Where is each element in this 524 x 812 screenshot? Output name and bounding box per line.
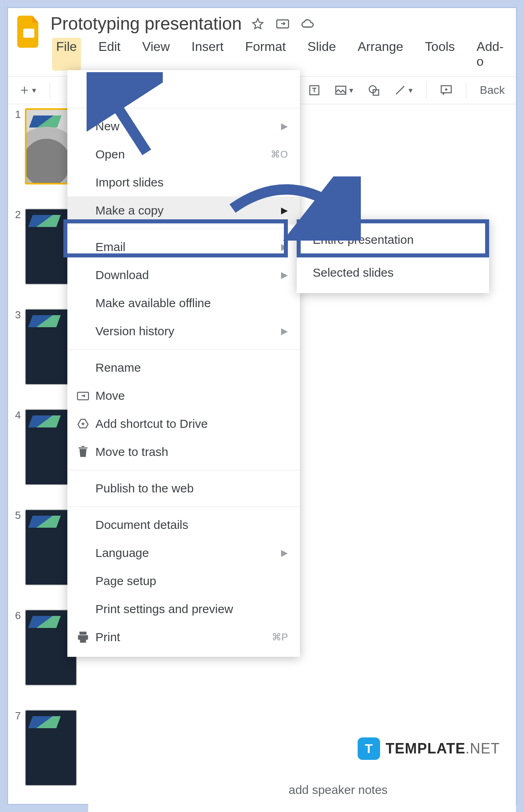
new-slide-button[interactable]: ▾	[16, 83, 39, 97]
file-menu-dropdown: Share New▶ Open⌘O Import slides Make a c…	[67, 70, 300, 657]
menu-item-make-copy[interactable]: Make a copy▶	[67, 196, 300, 225]
menu-file[interactable]: File	[52, 38, 81, 71]
menu-item-print-settings[interactable]: Print settings and preview	[67, 595, 300, 623]
watermark-bold: TEMPLATE	[386, 740, 465, 757]
submenu-item-label: Entire presentation	[313, 233, 414, 246]
submenu-arrow-icon: ▶	[281, 121, 288, 132]
toolbar-separator	[466, 82, 466, 98]
watermark-text: TEMPLATE.NET	[386, 740, 500, 757]
menu-item-label: Import slides	[95, 176, 164, 189]
menu-item-label: Rename	[95, 361, 141, 375]
slide-number: 5	[11, 509, 21, 522]
menu-arrange[interactable]: Arrange	[354, 38, 407, 71]
watermark: T TEMPLATE.NET	[358, 737, 500, 760]
chevron-down-icon: ▾	[349, 85, 353, 95]
menu-insert[interactable]: Insert	[187, 38, 227, 71]
menu-item-label: Publish to the web	[95, 482, 194, 495]
submenu-item-label: Selected slides	[313, 266, 394, 279]
menu-view[interactable]: View	[138, 38, 174, 71]
document-title[interactable]: Prototyping presentation	[51, 14, 242, 34]
svg-rect-0	[23, 29, 34, 38]
menu-item-print[interactable]: Print ⌘P	[67, 623, 300, 651]
menu-item-label: Make a copy	[95, 204, 164, 217]
menu-item-move-to-trash[interactable]: Move to trash	[67, 438, 300, 466]
menu-addons[interactable]: Add-o	[473, 38, 509, 71]
menu-item-label: Version history	[95, 324, 174, 338]
menu-item-label: Print settings and preview	[95, 602, 233, 616]
menu-item-label: Add shortcut to Drive	[95, 417, 208, 431]
menu-item-email[interactable]: Email▶	[67, 233, 300, 261]
menu-item-page-setup[interactable]: Page setup	[67, 567, 300, 595]
menu-slide[interactable]: Slide	[303, 38, 340, 71]
submenu-arrow-icon: ▶	[281, 548, 288, 558]
watermark-badge-icon: T	[358, 737, 380, 760]
slide-thumbnail	[25, 710, 77, 786]
watermark-light: .NET	[465, 740, 500, 757]
shortcut-label: ⌘P	[272, 632, 288, 643]
image-button[interactable]: ▾	[332, 83, 356, 97]
slide-thumb-7[interactable]: 7	[11, 710, 85, 786]
menu-item-import-slides[interactable]: Import slides	[67, 168, 300, 196]
toolbar-separator	[426, 82, 427, 98]
submenu-arrow-icon: ▶	[281, 326, 288, 336]
menu-item-label: Open	[95, 148, 125, 161]
title-row: Prototyping presentation	[51, 14, 509, 34]
background-button[interactable]: Back	[477, 82, 508, 98]
menu-item-add-shortcut[interactable]: Add shortcut to Drive	[67, 410, 300, 438]
menu-item-rename[interactable]: Rename	[67, 354, 300, 382]
menu-item-label: Language	[95, 546, 149, 560]
menu-item-language[interactable]: Language▶	[67, 539, 300, 567]
toolbar-separator	[50, 82, 50, 98]
menu-item-download[interactable]: Download▶	[67, 261, 300, 289]
folder-move-icon	[76, 389, 90, 403]
menu-item-make-offline[interactable]: Make available offline	[67, 289, 300, 317]
submenu-arrow-icon: ▶	[281, 270, 288, 280]
title-icons	[251, 16, 315, 31]
star-icon[interactable]	[251, 16, 265, 31]
menu-item-move[interactable]: Move	[67, 382, 300, 410]
move-folder-icon[interactable]	[275, 16, 290, 31]
menu-edit[interactable]: Edit	[95, 38, 125, 71]
menu-separator	[67, 470, 300, 470]
menu-item-document-details[interactable]: Document details	[67, 511, 300, 539]
menu-item-label: New	[95, 119, 119, 133]
menu-item-new[interactable]: New▶	[67, 112, 300, 140]
slide-number: 2	[11, 209, 21, 221]
menu-separator	[67, 349, 300, 350]
menu-item-share[interactable]: Share	[67, 76, 300, 104]
chevron-down-icon: ▾	[32, 85, 36, 95]
textbox-button[interactable]	[305, 83, 324, 98]
drive-shortcut-icon	[76, 417, 90, 431]
shape-button[interactable]	[364, 83, 383, 98]
slide-number: 6	[11, 610, 21, 622]
menu-item-label: Move	[95, 389, 125, 403]
menu-item-label: Move to trash	[95, 445, 168, 459]
menu-item-label: Print	[95, 630, 120, 644]
header: Prototyping presentation File Edit View	[8, 8, 516, 76]
comment-button[interactable]	[437, 83, 455, 97]
menu-item-label: Page setup	[95, 574, 156, 588]
menu-item-label: Document details	[95, 518, 188, 532]
cloud-status-icon[interactable]	[300, 16, 315, 31]
print-icon	[76, 630, 90, 644]
make-copy-submenu: Entire presentation Selected slides	[297, 219, 489, 293]
speaker-notes-placeholder[interactable]: add speaker notes	[289, 783, 388, 797]
shortcut-label: ⌘O	[271, 149, 288, 160]
menu-tools[interactable]: Tools	[421, 38, 459, 71]
menu-item-label: Email	[95, 240, 125, 254]
menu-item-version-history[interactable]: Version history▶	[67, 317, 300, 345]
title-column: Prototyping presentation File Edit View	[51, 14, 509, 76]
menu-item-open[interactable]: Open⌘O	[67, 140, 300, 168]
slide-number: 1	[11, 108, 21, 121]
menu-item-label: Make available offline	[95, 296, 211, 310]
submenu-item-entire-presentation[interactable]: Entire presentation	[297, 223, 489, 256]
submenu-item-selected-slides[interactable]: Selected slides	[297, 256, 489, 289]
trash-icon	[76, 445, 90, 459]
slide-number: 7	[11, 710, 21, 722]
menu-item-publish[interactable]: Publish to the web	[67, 474, 300, 502]
app-window: Prototyping presentation File Edit View	[7, 7, 517, 805]
menu-separator	[67, 229, 300, 229]
line-button[interactable]: ▾	[391, 83, 416, 98]
menu-format[interactable]: Format	[241, 38, 290, 71]
slides-logo-icon	[15, 14, 43, 50]
